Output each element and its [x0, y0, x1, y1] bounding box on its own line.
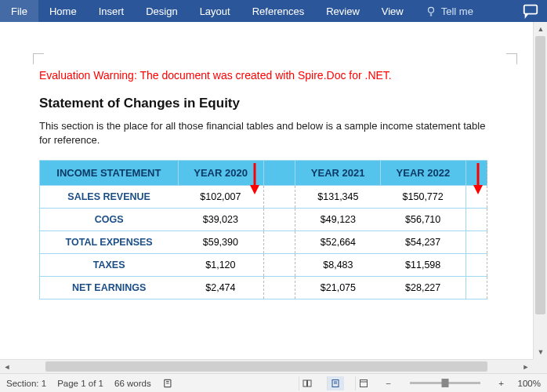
- view-read-mode[interactable]: [299, 376, 316, 390]
- comments-icon[interactable]: [522, 2, 539, 20]
- cell: $11,598: [381, 254, 466, 277]
- cell: $54,237: [381, 231, 466, 254]
- evaluation-warning: Evaluation Warning: The document was cre…: [39, 69, 487, 82]
- table-header-row: INCOME STATEMENT YEAR 2020 YEAR 2021 YEA…: [40, 161, 487, 186]
- cell: [465, 254, 487, 277]
- word-app: File Home Insert Design Layout Reference…: [0, 0, 547, 392]
- cell: [263, 209, 295, 231]
- red-arrow-1: [250, 163, 259, 194]
- table-wrapper: INCOME STATEMENT YEAR 2020 YEAR 2021 YEA…: [39, 160, 487, 299]
- cell: $150,772: [381, 186, 466, 209]
- th-year-2021: YEAR 2021: [295, 161, 381, 186]
- tab-design[interactable]: Design: [135, 0, 188, 22]
- cell: $59,390: [178, 231, 263, 254]
- cell: $21,075: [295, 277, 381, 299]
- vscroll-track[interactable]: [534, 36, 547, 345]
- scroll-left-button[interactable]: ◄: [0, 360, 14, 374]
- table-body: SALES REVENUE$102,007$131,345$150,772COG…: [40, 186, 487, 299]
- tab-references[interactable]: References: [241, 0, 315, 22]
- table-row: TOTAL EXPENSES$59,390$52,664$54,237: [40, 231, 487, 254]
- cell: $52,664: [295, 231, 381, 254]
- red-arrow-2: [473, 163, 483, 194]
- row-header: SALES REVENUE: [40, 186, 179, 209]
- horizontal-scrollbar[interactable]: ◄ ►: [0, 359, 533, 373]
- document-shell: Evaluation Warning: The document was cre…: [0, 22, 547, 359]
- vertical-scrollbar[interactable]: ▲ ▼: [533, 22, 547, 359]
- ribbon-tabs: File Home Insert Design Layout Reference…: [0, 0, 547, 22]
- tab-insert[interactable]: Insert: [88, 0, 136, 22]
- page-heading: Statement of Changes in Equity: [39, 96, 487, 111]
- cell: $49,123: [295, 209, 381, 231]
- row-header: NET EARNINGS: [40, 277, 179, 299]
- page: Evaluation Warning: The document was cre…: [8, 28, 519, 299]
- status-bar: Section: 1 Page 1 of 1 66 words − + 100%: [0, 373, 547, 392]
- zoom-out-button[interactable]: −: [383, 379, 394, 388]
- cell: [465, 209, 487, 231]
- cell: [263, 231, 295, 254]
- cell: [465, 231, 487, 254]
- svg-rect-10: [308, 380, 312, 387]
- tab-view[interactable]: View: [371, 0, 415, 22]
- income-statement-table: INCOME STATEMENT YEAR 2020 YEAR 2021 YEA…: [39, 160, 487, 299]
- table-row: NET EARNINGS$2,474$21,075$28,227: [40, 277, 487, 299]
- row-header: TOTAL EXPENSES: [40, 231, 179, 254]
- vscroll-thumb[interactable]: [535, 36, 545, 314]
- cell: [263, 254, 295, 277]
- cell: [465, 277, 487, 299]
- svg-marker-5: [250, 185, 259, 194]
- table-row: TAXES$1,120$8,483$11,598: [40, 254, 487, 277]
- tab-file[interactable]: File: [0, 0, 38, 22]
- scroll-right-button[interactable]: ►: [519, 360, 533, 374]
- status-words[interactable]: 66 words: [114, 379, 151, 388]
- cell: $28,227: [381, 277, 466, 299]
- cell: $2,474: [178, 277, 263, 299]
- lightbulb-icon: [426, 5, 437, 16]
- scroll-corner: [533, 359, 547, 373]
- svg-rect-3: [524, 5, 538, 14]
- zoom-knob[interactable]: [441, 379, 448, 387]
- table-row: COGS$39,023$49,123$56,710: [40, 209, 487, 231]
- tell-me-label: Tell me: [441, 5, 473, 17]
- document-area[interactable]: Evaluation Warning: The document was cre…: [0, 22, 533, 359]
- cell: [263, 186, 295, 209]
- svg-rect-14: [360, 379, 368, 387]
- hscroll-track[interactable]: [16, 360, 517, 373]
- hscroll-thumb[interactable]: [45, 361, 487, 372]
- scroll-up-button[interactable]: ▲: [534, 22, 547, 36]
- table-row: SALES REVENUE$102,007$131,345$150,772: [40, 186, 487, 209]
- tab-layout[interactable]: Layout: [189, 0, 241, 22]
- tell-me[interactable]: Tell me: [415, 0, 484, 22]
- row-header: COGS: [40, 209, 179, 231]
- svg-rect-9: [303, 380, 307, 387]
- cell: $39,023: [178, 209, 263, 231]
- status-page[interactable]: Page 1 of 1: [57, 379, 103, 388]
- crop-mark-tl: [33, 53, 44, 64]
- view-web-layout[interactable]: [355, 376, 372, 390]
- cell: [263, 277, 295, 299]
- tab-review[interactable]: Review: [315, 0, 371, 22]
- tab-home[interactable]: Home: [38, 0, 88, 22]
- svg-point-0: [428, 7, 433, 13]
- cell: $56,710: [381, 209, 466, 231]
- zoom-level[interactable]: 100%: [518, 379, 541, 388]
- row-header: TAXES: [40, 254, 179, 277]
- zoom-slider[interactable]: [410, 382, 480, 384]
- view-print-layout[interactable]: [327, 376, 344, 390]
- page-content: Evaluation Warning: The document was cre…: [8, 28, 519, 299]
- cell: $8,483: [295, 254, 381, 277]
- spellcheck-icon[interactable]: [162, 378, 175, 389]
- zoom-in-button[interactable]: +: [496, 379, 507, 388]
- cell: $1,120: [178, 254, 263, 277]
- cell: $131,345: [295, 186, 381, 209]
- th-year-2022: YEAR 2022: [381, 161, 466, 186]
- status-section[interactable]: Section: 1: [6, 379, 46, 388]
- th-gap-1: [263, 161, 295, 186]
- th-label: INCOME STATEMENT: [40, 161, 179, 186]
- crop-mark-tr: [506, 53, 517, 64]
- scroll-down-button[interactable]: ▼: [534, 345, 547, 359]
- svg-marker-7: [473, 185, 483, 194]
- intro-text: This section is the place for all those …: [39, 119, 487, 147]
